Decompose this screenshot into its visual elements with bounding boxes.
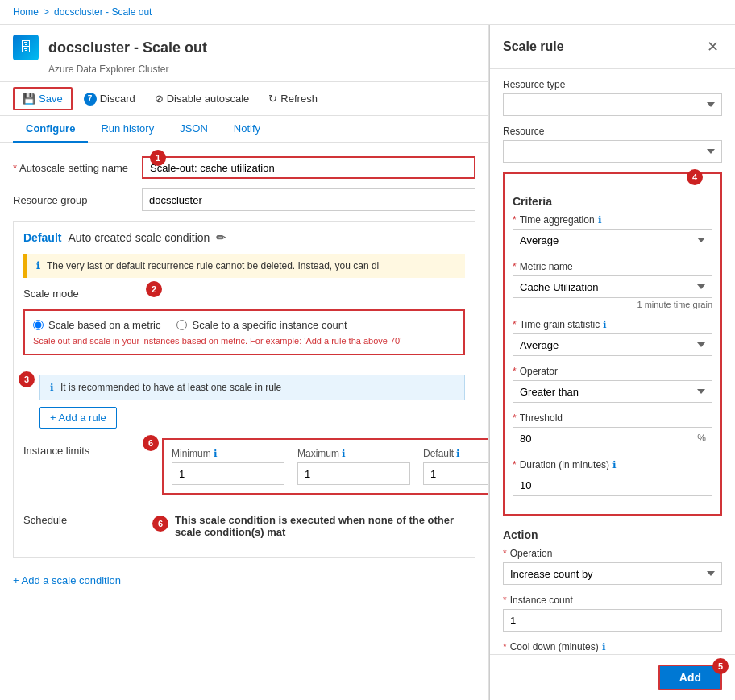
tab-configure[interactable]: Configure	[13, 116, 88, 143]
threshold-group: * Threshold %	[513, 412, 712, 449]
edit-icon[interactable]: ✏	[216, 231, 226, 244]
radio-instance-input[interactable]	[176, 320, 187, 330]
save-button[interactable]: 💾 Save	[13, 87, 73, 110]
default-info: ℹ	[456, 448, 460, 459]
time-aggregation-group: * Time aggregation ℹ Average Minimum Max…	[513, 214, 712, 251]
resource-group-input[interactable]	[142, 188, 475, 211]
right-panel-header: Scale rule ✕	[490, 25, 735, 69]
right-panel-title: Scale rule	[503, 39, 564, 54]
disable-autoscale-button[interactable]: ⊘ Disable autoscale	[147, 89, 258, 109]
resource-type-select[interactable]	[503, 93, 722, 116]
time-aggregation-label: * Time aggregation ℹ	[513, 214, 712, 226]
discard-label: Discard	[100, 93, 135, 105]
resource-type-group: Resource type	[503, 79, 722, 116]
time-aggregation-select[interactable]: Average Minimum Maximum	[513, 229, 712, 251]
minimum-info: ℹ	[214, 448, 218, 459]
scale-condition-header: Default Auto created scale condition ✏	[23, 231, 465, 244]
default-field: Default ℹ	[423, 448, 489, 485]
right-panel-content: Resource type Resource 4 Criteria	[490, 69, 735, 654]
time-grain-info: ℹ	[603, 319, 607, 330]
step-2-badge: 2	[146, 281, 162, 297]
tab-json[interactable]: JSON	[167, 116, 221, 143]
time-grain-select[interactable]: Average Minimum	[513, 333, 712, 356]
refresh-icon: ↻	[268, 93, 277, 105]
schedule-row: Schedule 6 This scale condition is execu…	[23, 514, 465, 538]
resource-select[interactable]	[503, 140, 722, 163]
scale-condition-box: Default Auto created scale condition ✏ ℹ…	[13, 221, 475, 558]
metric-name-select[interactable]: Cache Utilization CPU	[513, 275, 712, 298]
page-header: 🗄 docscluster - Scale out Azure Data Exp…	[0, 25, 488, 82]
maximum-info: ℹ	[342, 448, 346, 459]
discard-badge: 7	[84, 93, 97, 106]
duration-group: * Duration (in minutes) ℹ	[513, 459, 712, 496]
info-icon-warning: ℹ	[36, 260, 40, 271]
threshold-wrapper: %	[513, 427, 712, 449]
default-input[interactable]	[423, 462, 489, 485]
operator-select[interactable]: Greater than Less than	[513, 380, 712, 403]
cool-down-group: * Cool down (minutes) ℹ	[503, 641, 722, 654]
metric-hint: 1 minute time grain	[513, 300, 712, 309]
resource-label: Resource	[503, 126, 722, 137]
instance-limits-label: Instance limits	[23, 438, 152, 457]
disable-icon: ⊘	[155, 93, 164, 105]
tab-run-history[interactable]: Run history	[88, 116, 167, 143]
criteria-box: Criteria * Time aggregation ℹ Average Mi…	[503, 172, 722, 516]
minimum-label: Minimum ℹ	[172, 448, 284, 459]
rules-info-box: ℹ It is recommended to have at least one…	[39, 375, 465, 400]
radio-metric-label: Scale based on a metric	[48, 319, 160, 331]
radio-instance[interactable]: Scale to a specific instance count	[176, 319, 347, 331]
step-6-badge: 6	[143, 435, 159, 451]
rules-section: 3 ℹ It is recommended to have at least o…	[23, 375, 465, 429]
radio-metric-input[interactable]	[33, 320, 44, 330]
scale-mode-row: Scale mode Scale based on a metric Scale…	[23, 288, 465, 365]
radio-options: Scale based on a metric Scale to a speci…	[33, 319, 455, 331]
time-grain-label: * Time grain statistic ℹ	[513, 319, 712, 330]
criteria-title: Criteria	[513, 195, 712, 208]
scale-mode-label: Scale mode	[23, 288, 79, 300]
threshold-input[interactable]	[513, 427, 712, 449]
instance-limits-fields: Minimum ℹ Maximum ℹ	[172, 448, 489, 485]
instance-count-label: * Instance count	[503, 594, 722, 606]
autoscale-name-row: * Autoscale setting name	[13, 156, 475, 179]
minimum-input[interactable]	[172, 462, 284, 485]
warning-text: The very last or default recurrence rule…	[47, 260, 379, 271]
maximum-input[interactable]	[297, 462, 410, 485]
breadcrumb-current: docscluster - Scale out	[54, 6, 152, 18]
cool-down-info: ℹ	[602, 641, 606, 652]
instance-limits-row: Instance limits Minimum ℹ	[23, 438, 465, 504]
autoscale-name-label: * Autoscale setting name	[13, 162, 142, 174]
add-condition-link[interactable]: + Add a scale condition	[13, 574, 121, 586]
time-grain-group: * Time grain statistic ℹ Average Minimum	[513, 319, 712, 356]
content-area: 1 * Autoscale setting name Resource grou…	[0, 143, 488, 599]
step-4-badge: 4	[687, 169, 703, 185]
tabs: Configure Run history JSON Notify	[0, 116, 488, 143]
required-star: *	[13, 162, 19, 174]
right-panel-footer: 5 Add	[490, 654, 735, 700]
operation-select[interactable]: Increase count by Decrease count by	[503, 562, 722, 585]
radio-metric[interactable]: Scale based on a metric	[33, 319, 160, 331]
breadcrumb-home[interactable]: Home	[13, 6, 39, 18]
threshold-label: * Threshold	[513, 412, 712, 424]
page-icon: 🗄	[13, 35, 39, 60]
condition-subtitle: Auto created scale condition	[68, 231, 210, 244]
duration-input[interactable]	[513, 474, 712, 496]
duration-info: ℹ	[612, 459, 617, 470]
criteria-section: 4 Criteria * Time aggregation ℹ Average …	[503, 172, 722, 516]
autoscale-name-input[interactable]	[142, 156, 475, 179]
close-button[interactable]: ✕	[704, 35, 722, 59]
scale-mode-options: Scale based on a metric Scale to a speci…	[23, 309, 465, 355]
add-rule-button[interactable]: + Add a rule	[39, 407, 117, 429]
refresh-button[interactable]: ↻ Refresh	[260, 89, 326, 109]
schedule-text: This scale condition is executed when no…	[175, 514, 465, 538]
time-aggregation-info: ℹ	[598, 214, 602, 226]
maximum-label: Maximum ℹ	[297, 448, 410, 459]
step-1-badge: 1	[150, 150, 166, 166]
metric-name-group: * Metric name Cache Utilization CPU 1 mi…	[513, 261, 712, 309]
duration-label: * Duration (in minutes) ℹ	[513, 459, 712, 470]
operation-group: * Operation Increase count by Decrease c…	[503, 548, 722, 585]
action-title: Action	[503, 528, 722, 541]
tab-notify[interactable]: Notify	[221, 116, 273, 143]
discard-button[interactable]: 7 Discard	[76, 89, 143, 110]
info-icon-rules: ℹ	[50, 382, 54, 393]
instance-count-input[interactable]	[503, 609, 722, 632]
